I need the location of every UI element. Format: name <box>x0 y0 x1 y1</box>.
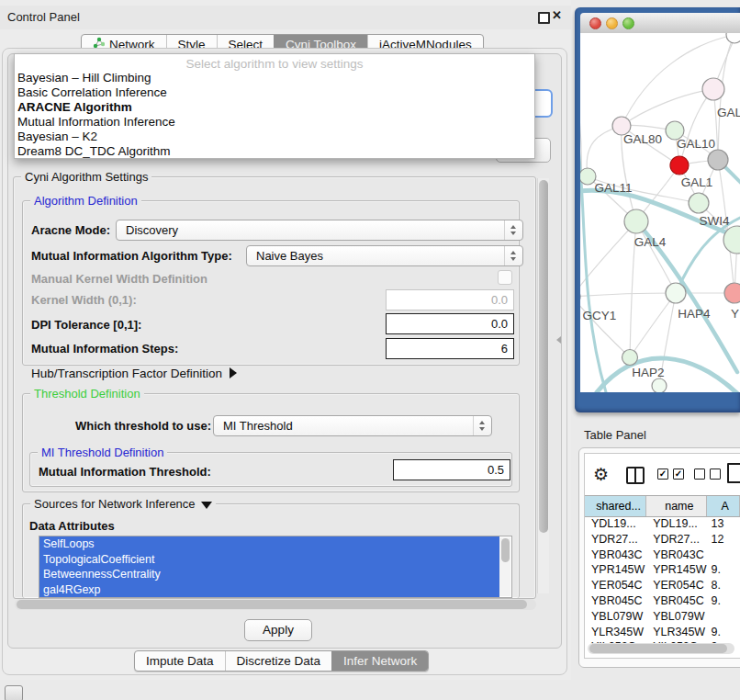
table-row[interactable]: YBL079WYBL079W <box>585 609 740 625</box>
deselect-all-checkbox-icon[interactable] <box>710 469 721 480</box>
table-horizontal-scrollbar[interactable] <box>588 643 734 654</box>
table-cell[interactable]: YDL19... <box>646 516 706 532</box>
algorithm-option[interactable]: Mutual Information Inference <box>15 115 534 130</box>
select-all-checkbox-icon[interactable]: ✓ <box>673 469 684 480</box>
mi-steps-field[interactable]: 6 <box>386 338 514 359</box>
settings-horizontal-scrollbar[interactable] <box>15 599 536 610</box>
window-close-icon[interactable] <box>589 17 601 29</box>
table-cell[interactable]: YPR145W <box>646 562 706 578</box>
network-edge[interactable] <box>630 293 676 357</box>
table-cell[interactable]: 12 <box>707 532 740 548</box>
table-cell[interactable] <box>707 609 740 625</box>
scrollbar-thumb[interactable] <box>501 538 510 562</box>
table-cell[interactable]: 9. <box>707 625 740 640</box>
tab-impute-data[interactable]: Impute Data <box>135 651 225 671</box>
attribute-list-item[interactable]: gal4RGexp <box>39 582 499 598</box>
table-cell[interactable]: YBR043C <box>646 548 706 563</box>
table-cell[interactable]: YLR345W <box>585 625 646 640</box>
network-node[interactable] <box>652 378 667 392</box>
sources-group-title[interactable]: Sources for Network Inference <box>30 497 216 511</box>
table-settings-gear-icon[interactable]: ⚙ <box>593 464 609 485</box>
table-cell[interactable]: YDR27... <box>646 532 706 548</box>
table-row[interactable]: YER054CYER054C8. <box>585 578 740 593</box>
tab-infer-network[interactable]: Infer Network <box>331 651 428 671</box>
mi-threshold-field[interactable]: 0.5 <box>393 459 510 480</box>
attribute-list-item[interactable]: TopologicalCoefficient <box>39 552 499 568</box>
network-node[interactable] <box>708 150 728 170</box>
network-edge[interactable] <box>580 293 676 297</box>
table-cell[interactable]: YPR145W <box>585 562 646 578</box>
table-row[interactable]: YLR345WYLR345W9. <box>585 625 740 640</box>
table-cell[interactable]: YBL079W <box>585 609 646 625</box>
table-cell[interactable]: 9. <box>707 593 740 609</box>
network-node[interactable] <box>702 78 724 100</box>
scrollbar-thumb[interactable] <box>17 600 527 609</box>
deselect-all-checkbox-icon[interactable] <box>694 469 705 480</box>
export-table-icon[interactable] <box>727 463 740 483</box>
table-cell[interactable]: YBR045C <box>646 593 706 609</box>
table-cell[interactable]: YER054C <box>646 578 706 593</box>
table-cell[interactable]: YDL19... <box>585 516 646 532</box>
network-node[interactable] <box>666 283 686 303</box>
settings-vertical-scrollbar[interactable] <box>537 178 549 593</box>
table-cell[interactable]: YBL079W <box>646 609 706 625</box>
list-vertical-scrollbar[interactable] <box>499 537 510 596</box>
table-row[interactable]: YBR043CYBR043C <box>585 548 740 563</box>
close-icon[interactable]: ✕ <box>552 8 562 22</box>
show-columns-icon[interactable] <box>626 467 645 484</box>
table-cell[interactable]: 8. <box>707 578 740 593</box>
table-cell[interactable] <box>707 548 740 563</box>
apply-button[interactable]: Apply <box>244 619 312 641</box>
scrollbar-thumb[interactable] <box>589 644 727 653</box>
network-node[interactable] <box>580 168 596 185</box>
table-cell[interactable]: YER054C <box>585 578 646 593</box>
network-canvas[interactable]: GALGAL80GAL10GAL1GAL11SWI4GAL4GCY1HAP4YH… <box>580 33 740 392</box>
manual-kernel-checkbox[interactable] <box>498 270 512 285</box>
scrollbar-thumb[interactable] <box>539 180 548 533</box>
network-node[interactable] <box>624 209 648 233</box>
network-edge[interactable] <box>679 89 713 165</box>
dpi-tolerance-field[interactable]: 0.0 <box>386 313 514 334</box>
attribute-list-item[interactable]: BetweennessCentrality <box>39 567 499 582</box>
algorithm-option[interactable]: Bayesian – K2 <box>15 130 534 144</box>
which-threshold-combobox[interactable]: MI Threshold <box>213 415 492 436</box>
splitter-handle[interactable] <box>556 336 561 344</box>
kernel-width-field[interactable]: 0.0 <box>386 289 514 310</box>
tab-discretize-data[interactable]: Discretize Data <box>225 651 332 671</box>
table-cell[interactable]: YLR345W <box>646 625 706 640</box>
table-cell[interactable]: 13 <box>707 516 740 532</box>
algorithm-option[interactable]: Basic Correlation Inference <box>15 85 534 100</box>
window-minimize-icon[interactable] <box>606 17 618 29</box>
data-attributes-list[interactable]: SelfLoopsTopologicalCoefficientBetweenne… <box>39 536 512 598</box>
select-all-checkbox-icon[interactable]: ✓ <box>657 469 668 480</box>
algorithm-dropdown-list[interactable]: Select algorithm to view settings Bayesi… <box>14 53 535 159</box>
table-cell[interactable]: YBR043C <box>585 548 646 563</box>
table-cell[interactable]: YBR045C <box>585 593 646 609</box>
network-edge[interactable] <box>622 89 713 126</box>
table-row[interactable]: YPR145WYPR145W9. <box>585 562 740 578</box>
table-cell[interactable]: YDR27... <box>585 532 646 548</box>
network-node[interactable] <box>622 350 638 366</box>
column-header-name[interactable]: name <box>646 496 706 516</box>
algorithm-option[interactable]: Dream8 DC_TDC Algorithm <box>15 144 534 159</box>
window-zoom-icon[interactable] <box>622 17 634 29</box>
attribute-list-item[interactable]: SelfLoops <box>39 536 499 552</box>
table-row[interactable]: YDL19...YDL19...13 <box>585 516 740 532</box>
network-edge[interactable] <box>597 358 740 392</box>
algorithm-option[interactable]: ARACNE Algorithm <box>15 100 534 115</box>
network-edge[interactable] <box>580 297 630 357</box>
table-cell[interactable]: 9. <box>707 562 740 578</box>
network-node[interactable] <box>726 33 740 43</box>
network-node[interactable] <box>670 156 689 175</box>
column-header-shared-name[interactable]: shared... <box>585 496 646 516</box>
network-node[interactable] <box>689 193 709 213</box>
minimized-panel-icon[interactable] <box>5 685 23 700</box>
table-row[interactable]: YBR045CYBR045C9. <box>585 593 740 609</box>
column-header-truncated[interactable]: A <box>707 496 740 516</box>
hub-definition-expander[interactable]: Hub/Transcription Factor Definition <box>31 367 237 380</box>
mi-type-combobox[interactable]: Naive Bayes <box>246 245 523 266</box>
aracne-mode-combobox[interactable]: Discovery <box>116 220 523 241</box>
algorithm-option[interactable]: Bayesian – Hill Climbing <box>15 71 534 85</box>
float-panel-icon[interactable] <box>538 12 550 24</box>
table-row[interactable]: YDR27...YDR27...12 <box>585 532 740 548</box>
